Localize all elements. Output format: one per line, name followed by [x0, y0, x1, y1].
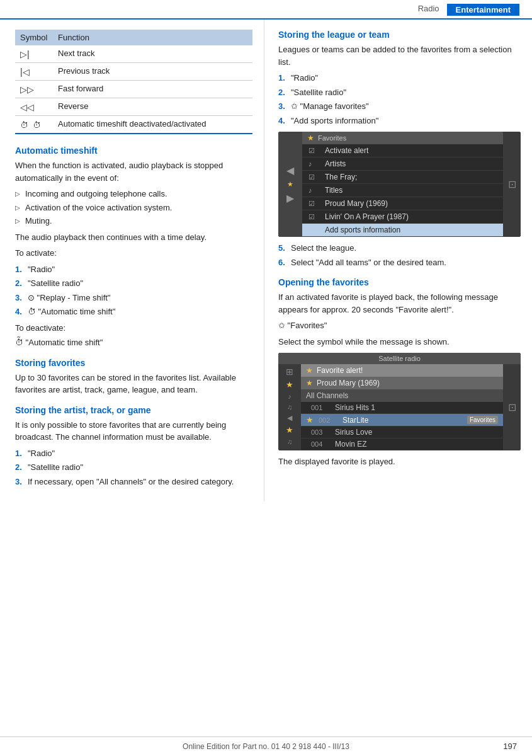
fav-badge: Favorites — [467, 416, 498, 424]
screen-row: ♪ Artists — [302, 158, 503, 171]
storing-artist-heading: Storing the artist, track, or game — [15, 405, 252, 415]
function-next: Next track — [53, 45, 252, 63]
function-rev: Reverse — [53, 98, 252, 116]
right-column: Storing the league or team Leagues or te… — [264, 20, 532, 501]
sat-nav-icon: ⊞ — [286, 367, 293, 377]
sub-star-icon: ★ — [306, 379, 313, 387]
sat-scroll: ⊡ — [503, 364, 521, 450]
sat-body: ⊞ ★ ♪ ♫ ◀ ★ ♫ ★ Favorite alert! ★ Proud … — [278, 364, 521, 450]
screen-row: ☑ Livin' On A Prayer (1987) — [302, 210, 503, 224]
table-row: ⏱ ⏱ Automatic timeshift deactivated/acti… — [15, 116, 252, 134]
list-item: "Satellite radio" — [15, 461, 252, 474]
function-timeshift: Automatic timeshift deactivated/activate… — [53, 116, 252, 134]
channel-num: 004 — [311, 440, 330, 448]
symbol-prev: |◁ — [15, 63, 53, 81]
nav-icon: ◀ — [286, 164, 294, 176]
league-after-screen-steps: Select the league. Select "Add all teams… — [278, 242, 521, 268]
sat-alert-row: ★ Favorite alert! — [301, 364, 503, 377]
list-item: ⊙ "Replay - Time shift" — [15, 292, 252, 304]
screen-row-selected: Add sports information — [302, 224, 503, 237]
opening-favorites-body2: Select the symbol while the message is s… — [278, 336, 521, 348]
table-row: ▷▷ Fast forward — [15, 81, 252, 98]
sat-sub-row: ★ Proud Mary (1969) — [301, 377, 503, 389]
row-text: Livin' On A Prayer (1987) — [325, 212, 409, 221]
table-row: |◁ Previous track — [15, 63, 252, 81]
list-item: Incoming and outgoing telephone calls. — [15, 188, 252, 200]
row-text: Add sports information — [325, 226, 400, 234]
channel-num: 002 — [319, 416, 337, 424]
sat-main-area: ★ Favorite alert! ★ Proud Mary (1969) Al… — [301, 364, 503, 450]
main-content: Symbol Function ▷| Next track |◁ Previou… — [0, 20, 532, 501]
screen-body: ☑ Activate alert ♪ Artists ☑ The Fray; — [302, 144, 503, 237]
header-entertainment-label: Entertainment — [447, 4, 519, 16]
screen-row: ☑ Activate alert — [302, 144, 503, 158]
fav-star-icon: ★ — [306, 415, 314, 425]
opening-favorites-after: The displayed favorite is played. — [278, 455, 521, 468]
table-col-symbol: Symbol — [15, 30, 53, 45]
auto-timeshift-heading: Automatic timeshift — [15, 146, 252, 156]
list-item: If necessary, open "All channels" or the… — [15, 476, 252, 488]
sat-channels-header: All Channels — [301, 389, 503, 402]
auto-timeshift-intro: When the function is activated, audio pl… — [15, 159, 252, 184]
sat-nav-icon: ★ — [286, 425, 293, 435]
page-number: 197 — [503, 742, 517, 751]
sat-nav-icon: ♫ — [287, 403, 292, 411]
symbol-next: ▷| — [15, 45, 53, 63]
sat-nav-icon: ♪ — [288, 392, 291, 400]
row-icon: ☑ — [308, 173, 320, 181]
storing-league-heading: Storing the league or team — [278, 30, 521, 40]
row-text: Proud Mary (1969) — [325, 199, 388, 208]
row-icon — [308, 226, 320, 234]
channel-name: Sirius Hits 1 — [335, 403, 375, 412]
sat-channel-row: 001 Sirius Hits 1 — [301, 402, 503, 414]
list-item: ✩ "Manage favorites" — [278, 100, 521, 113]
page-footer: Online Edition for Part no. 01 40 2 918 … — [0, 736, 532, 756]
storing-artist-body: It is only possible to store favorites t… — [15, 419, 252, 444]
sub-text: Proud Mary (1969) — [317, 379, 380, 387]
channel-num: 001 — [311, 404, 330, 411]
list-item: "Radio" — [15, 447, 252, 460]
left-column: Symbol Function ▷| Next track |◁ Previou… — [0, 20, 264, 501]
storing-league-steps: "Radio" "Satellite radio" ✩ "Manage favo… — [278, 72, 521, 127]
list-item: Activation of the voice activation syste… — [15, 202, 252, 214]
alert-star-icon: ★ — [306, 366, 313, 375]
activate-steps: "Radio" "Satellite radio" ⊙ "Replay - Ti… — [15, 263, 252, 318]
storing-league-intro: Leagues or teams can be added to the fav… — [278, 43, 521, 68]
screen-scroll: ⊡ — [503, 132, 521, 237]
page-header: Radio Entertainment — [0, 0, 532, 20]
to-activate-label: To activate: — [15, 247, 252, 260]
satellite-screen: Satellite radio ⊞ ★ ♪ ♫ ◀ ★ ♫ ★ Favorite… — [278, 353, 521, 450]
scroll-icon: ⊡ — [508, 178, 516, 190]
symbol-table: Symbol Function ▷| Next track |◁ Previou… — [15, 30, 252, 134]
list-item: "Radio" — [15, 263, 252, 276]
nav-icon: ▶ — [286, 192, 294, 204]
nav-icon: ★ — [287, 180, 293, 188]
list-item: "Add sports information" — [278, 115, 521, 127]
screen-row: ☑ Proud Mary (1969) — [302, 197, 503, 210]
list-item: "Radio" — [278, 72, 521, 84]
screen-header: ★ Favorites — [302, 132, 503, 144]
opening-favorites-body1: If an activated favorite is played back,… — [278, 291, 521, 316]
screen-row: ♪ Titles — [302, 184, 503, 197]
row-icon: ♪ — [308, 186, 320, 194]
auto-timeshift-after: The audio playback then continues with a… — [15, 231, 252, 244]
storing-favorites-body: Up to 30 favorites can be stored in the … — [15, 372, 252, 396]
deactivate-step: ⏱̃ "Automatic time shift" — [15, 336, 252, 349]
sat-nav-icon: ◀ — [287, 414, 292, 422]
sat-channel-row: 004 Movin EZ — [301, 438, 503, 450]
header-radio-label: Radio — [418, 4, 439, 16]
row-text: Titles — [325, 186, 342, 195]
screen-nav: ◀ ★ ▶ — [278, 132, 302, 237]
sat-channel-row: 003 Sirius Love — [301, 427, 503, 438]
auto-timeshift-bullets: Incoming and outgoing telephone calls. A… — [15, 188, 252, 227]
channel-name: Sirius Love — [335, 428, 372, 437]
footer-text: Online Edition for Part no. 01 40 2 918 … — [183, 742, 349, 751]
table-row: ▷| Next track — [15, 45, 252, 63]
row-icon: ☑ — [308, 200, 320, 208]
to-deactivate-label: To deactivate: — [15, 322, 252, 335]
row-icon: ☑ — [308, 147, 320, 155]
opening-favorites-heading: Opening the favorites — [278, 277, 521, 287]
table-col-function: Function — [53, 30, 252, 45]
row-text: Activate alert — [325, 146, 368, 155]
list-item: Muting. — [15, 215, 252, 227]
